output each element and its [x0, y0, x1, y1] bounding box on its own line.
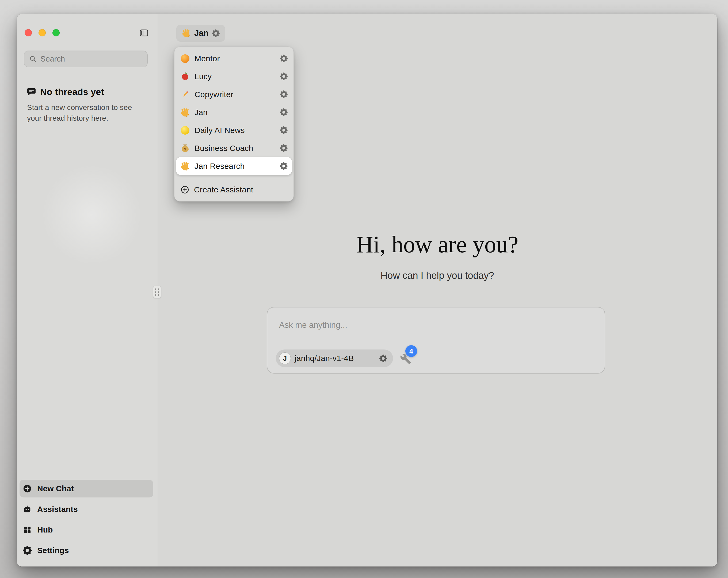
gear-icon[interactable]	[280, 73, 288, 80]
model-avatar: J	[279, 352, 291, 364]
minimize-window-button[interactable]	[38, 29, 46, 36]
search-field[interactable]	[24, 51, 148, 67]
yellow-circle-icon	[180, 126, 190, 135]
tools-count-badge: 4	[405, 345, 417, 357]
sidebar-nav: New Chat Assistants Hub Settings	[20, 480, 153, 559]
gear-icon[interactable]	[280, 126, 288, 134]
zoom-window-button[interactable]	[52, 29, 60, 36]
empty-state-description: Start a new conversation to see your thr…	[27, 102, 148, 124]
gear-icon[interactable]	[280, 91, 288, 98]
model-name: janhq/Jan-v1-4B	[294, 354, 354, 363]
greeting: Hi, how are you? How can I help you toda…	[157, 233, 717, 281]
model-selector-button[interactable]: J janhq/Jan-v1-4B	[276, 350, 393, 367]
assistants-icon	[23, 505, 32, 514]
assistant-menu-item-jan-research[interactable]: Jan Research	[176, 157, 292, 175]
gear-icon[interactable]	[280, 144, 288, 152]
jan-app-window: No threads yet Start a new conversation …	[17, 14, 717, 567]
gear-icon[interactable]	[280, 108, 288, 116]
tools-button[interactable]: 4	[400, 352, 412, 365]
assistant-dropdown-menu: Mentor Lucy Copywriter Jan Daily AI News…	[174, 47, 294, 201]
assistant-name: Jan	[194, 28, 208, 38]
sidebar-resize-handle[interactable]	[153, 286, 161, 298]
plus-circle-icon	[180, 185, 189, 194]
sidebar-nav-item-assistants[interactable]: Assistants	[20, 500, 153, 518]
sidebar-nav-item-settings[interactable]: Settings	[20, 542, 153, 559]
settings-gear-icon	[23, 546, 32, 555]
wave-icon	[180, 107, 190, 117]
chat-composer[interactable]: Ask me anything... J janhq/Jan-v1-4B 4	[267, 307, 605, 374]
moneybag-icon: $	[180, 144, 190, 153]
create-assistant-item[interactable]: Create Assistant	[176, 181, 292, 199]
assistant-menu-item-daily-ai-news[interactable]: Daily AI News	[176, 121, 292, 139]
model-settings-gear-icon[interactable]	[380, 355, 387, 362]
wave-icon	[180, 161, 190, 171]
sidebar-nav-item-new-chat[interactable]: New Chat	[20, 480, 153, 498]
wave-icon	[182, 29, 191, 38]
assistant-menu-item-copywriter[interactable]: Copywriter	[176, 85, 292, 103]
gear-icon[interactable]	[280, 162, 288, 170]
sidebar-toggle-button[interactable]	[138, 27, 150, 39]
assistant-menu-item-lucy[interactable]: Lucy	[176, 68, 292, 85]
greeting-subtitle: How can I help you today?	[157, 270, 717, 281]
empty-state-header: No threads yet	[26, 87, 104, 97]
sidebar: No threads yet Start a new conversation …	[17, 14, 157, 567]
sidebar-toggle-icon	[139, 28, 149, 38]
assistant-selector-button[interactable]: Jan	[176, 25, 225, 42]
plus-circle-filled-icon	[23, 484, 32, 493]
pencil-icon	[180, 90, 190, 99]
assistant-menu-item-mentor[interactable]: Mentor	[176, 50, 292, 68]
search-icon	[29, 55, 37, 63]
orange-circle-icon	[180, 54, 190, 64]
chat-bubble-icon	[26, 87, 36, 97]
assistant-menu-item-jan[interactable]: Jan	[176, 103, 292, 121]
window-controls	[25, 29, 60, 36]
composer-toolbar: J janhq/Jan-v1-4B 4	[276, 350, 412, 367]
close-window-button[interactable]	[25, 29, 32, 36]
greeting-title: Hi, how are you?	[157, 233, 717, 256]
search-input[interactable]	[41, 55, 142, 64]
assistant-menu-list: Mentor Lucy Copywriter Jan Daily AI News…	[176, 50, 292, 175]
main-area: Jan Mentor Lucy Copywriter Jan Daily AI …	[157, 14, 717, 567]
gear-icon[interactable]	[280, 55, 288, 62]
assistant-menu-item-business-coach[interactable]: $ Business Coach	[176, 139, 292, 157]
sidebar-nav-item-hub[interactable]: Hub	[20, 521, 153, 539]
apple-icon	[180, 72, 190, 81]
menu-divider	[178, 178, 290, 178]
svg-text:$: $	[184, 147, 186, 151]
empty-state-title: No threads yet	[40, 87, 104, 97]
hub-icon	[23, 525, 32, 534]
create-assistant-label: Create Assistant	[194, 185, 288, 194]
composer-placeholder: Ask me anything...	[279, 320, 347, 330]
assistant-settings-gear-icon[interactable]	[212, 29, 220, 37]
